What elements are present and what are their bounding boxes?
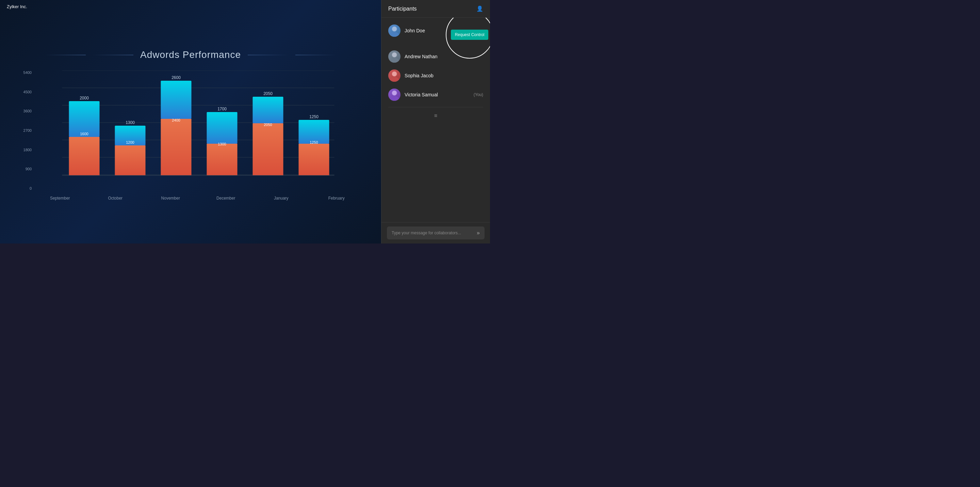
sidebar: Participants 👤 John Doe Request Control xyxy=(381,0,490,244)
x-label-feb: February xyxy=(312,196,361,201)
x-label-sep: September xyxy=(36,196,84,201)
svg-text:1300: 1300 xyxy=(218,142,226,146)
sidebar-header: Participants 👤 xyxy=(382,0,490,18)
x-label-nov: November xyxy=(146,196,195,201)
participants-list: John Doe Request Control Andrew Nathan xyxy=(382,18,490,222)
svg-rect-11 xyxy=(115,145,146,176)
participant-sophia[interactable]: Sophia Jacob xyxy=(382,66,490,85)
send-button[interactable]: » xyxy=(477,230,480,236)
svg-point-40 xyxy=(392,72,397,76)
x-label-oct: October xyxy=(91,196,140,201)
chart-title-line-left xyxy=(92,55,134,55)
svg-point-42 xyxy=(390,96,399,101)
people-icon[interactable]: 👤 xyxy=(476,5,483,12)
svg-text:2050: 2050 xyxy=(263,91,272,96)
svg-rect-20 xyxy=(207,112,237,144)
svg-point-37 xyxy=(392,53,397,57)
x-label-jan: January xyxy=(257,196,305,201)
message-area: Type your message for collaborators... » xyxy=(382,222,490,244)
svg-rect-24 xyxy=(253,97,283,123)
svg-rect-23 xyxy=(253,123,283,176)
svg-text:1250: 1250 xyxy=(310,140,318,144)
chart-title-line-right xyxy=(248,55,288,55)
expand-icon[interactable]: ≡ xyxy=(382,110,490,121)
svg-text:2400: 2400 xyxy=(172,118,180,122)
svg-rect-15 xyxy=(161,119,192,176)
svg-text:2050: 2050 xyxy=(264,123,272,127)
svg-text:1300: 1300 xyxy=(126,120,135,125)
john-doe-row: John Doe Request Control xyxy=(382,21,490,40)
svg-text:1200: 1200 xyxy=(126,140,134,144)
avatar-sophia xyxy=(388,69,401,82)
svg-point-34 xyxy=(392,27,397,31)
svg-rect-16 xyxy=(161,81,192,119)
divider xyxy=(388,107,483,107)
main-presentation-area: Zylker Inc. Adwords Performance 5400 450… xyxy=(0,0,381,244)
message-input-wrapper[interactable]: Type your message for collaborators... » xyxy=(387,227,485,240)
chart-title: Adwords Performance xyxy=(45,49,336,60)
svg-text:2000: 2000 xyxy=(80,96,89,101)
svg-point-43 xyxy=(392,91,397,95)
you-label: (You) xyxy=(474,92,483,97)
svg-text:2600: 2600 xyxy=(172,75,181,80)
bar-chart: 2000 1600 1300 1200 2600 2400 1700 xyxy=(36,70,361,193)
y-axis: 5400 4500 3600 2700 1800 900 0 xyxy=(21,70,36,201)
svg-point-39 xyxy=(390,77,399,82)
chart-container: Adwords Performance 5400 4500 3600 2700 … xyxy=(0,13,381,244)
sophia-name: Sophia Jacob xyxy=(404,73,483,78)
company-name: Zylker Inc. xyxy=(7,4,27,9)
svg-rect-27 xyxy=(299,144,329,176)
svg-text:1600: 1600 xyxy=(80,132,88,136)
top-bar: Zylker Inc. xyxy=(0,0,381,13)
chart-wrapper: 5400 4500 3600 2700 1800 900 0 xyxy=(21,70,361,201)
avatar-andrew xyxy=(388,50,401,63)
svg-point-33 xyxy=(390,32,399,37)
request-control-button[interactable]: Request Control xyxy=(451,30,488,40)
chart-area: 2000 1600 1300 1200 2600 2400 1700 xyxy=(36,70,361,201)
svg-text:1700: 1700 xyxy=(218,107,227,111)
message-placeholder[interactable]: Type your message for collaborators... xyxy=(392,231,461,235)
x-axis-labels: September October November December Janu… xyxy=(36,193,361,201)
svg-text:1250: 1250 xyxy=(309,115,318,119)
avatar-victoria xyxy=(388,89,401,101)
svg-rect-7 xyxy=(69,137,100,176)
sidebar-title: Participants xyxy=(388,6,417,12)
x-label-dec: December xyxy=(202,196,250,201)
svg-point-36 xyxy=(390,58,399,63)
svg-rect-19 xyxy=(207,144,237,176)
avatar-john xyxy=(388,24,401,37)
participant-victoria[interactable]: Victoria Samual (You) ▲ xyxy=(382,85,490,104)
victoria-name: Victoria Samual xyxy=(404,92,469,97)
